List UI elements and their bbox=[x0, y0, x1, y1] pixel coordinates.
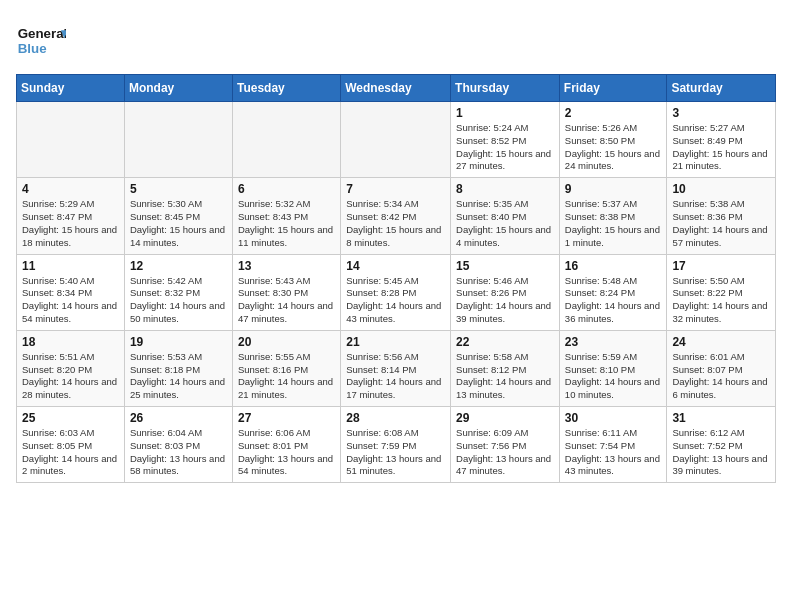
cell-info: Sunrise: 5:42 AM Sunset: 8:32 PM Dayligh… bbox=[130, 275, 227, 326]
calendar-cell: 15 Sunrise: 5:46 AM Sunset: 8:26 PM Dayl… bbox=[451, 254, 560, 330]
day-number: 23 bbox=[565, 335, 662, 349]
calendar-cell: 9 Sunrise: 5:37 AM Sunset: 8:38 PM Dayli… bbox=[559, 178, 667, 254]
calendar-cell: 28 Sunrise: 6:08 AM Sunset: 7:59 PM Dayl… bbox=[341, 407, 451, 483]
cell-info: Sunrise: 5:32 AM Sunset: 8:43 PM Dayligh… bbox=[238, 198, 335, 249]
calendar-cell: 3 Sunrise: 5:27 AM Sunset: 8:49 PM Dayli… bbox=[667, 102, 776, 178]
calendar-cell: 31 Sunrise: 6:12 AM Sunset: 7:52 PM Dayl… bbox=[667, 407, 776, 483]
day-number: 30 bbox=[565, 411, 662, 425]
cell-info: Sunrise: 5:45 AM Sunset: 8:28 PM Dayligh… bbox=[346, 275, 445, 326]
calendar-cell: 23 Sunrise: 5:59 AM Sunset: 8:10 PM Dayl… bbox=[559, 330, 667, 406]
day-number: 11 bbox=[22, 259, 119, 273]
calendar-cell: 10 Sunrise: 5:38 AM Sunset: 8:36 PM Dayl… bbox=[667, 178, 776, 254]
cell-info: Sunrise: 5:38 AM Sunset: 8:36 PM Dayligh… bbox=[672, 198, 770, 249]
day-number: 28 bbox=[346, 411, 445, 425]
cell-info: Sunrise: 5:35 AM Sunset: 8:40 PM Dayligh… bbox=[456, 198, 554, 249]
calendar-cell: 22 Sunrise: 5:58 AM Sunset: 8:12 PM Dayl… bbox=[451, 330, 560, 406]
day-number: 31 bbox=[672, 411, 770, 425]
day-number: 25 bbox=[22, 411, 119, 425]
calendar-cell: 29 Sunrise: 6:09 AM Sunset: 7:56 PM Dayl… bbox=[451, 407, 560, 483]
calendar-cell: 14 Sunrise: 5:45 AM Sunset: 8:28 PM Dayl… bbox=[341, 254, 451, 330]
day-number: 17 bbox=[672, 259, 770, 273]
cell-info: Sunrise: 5:40 AM Sunset: 8:34 PM Dayligh… bbox=[22, 275, 119, 326]
day-number: 15 bbox=[456, 259, 554, 273]
day-number: 27 bbox=[238, 411, 335, 425]
day-number: 1 bbox=[456, 106, 554, 120]
cell-info: Sunrise: 5:37 AM Sunset: 8:38 PM Dayligh… bbox=[565, 198, 662, 249]
day-number: 3 bbox=[672, 106, 770, 120]
logo: General Blue bbox=[16, 16, 66, 66]
day-number: 19 bbox=[130, 335, 227, 349]
cell-info: Sunrise: 6:08 AM Sunset: 7:59 PM Dayligh… bbox=[346, 427, 445, 478]
calendar-week-row: 4 Sunrise: 5:29 AM Sunset: 8:47 PM Dayli… bbox=[17, 178, 776, 254]
calendar-cell: 20 Sunrise: 5:55 AM Sunset: 8:16 PM Dayl… bbox=[232, 330, 340, 406]
day-number: 20 bbox=[238, 335, 335, 349]
calendar-cell: 12 Sunrise: 5:42 AM Sunset: 8:32 PM Dayl… bbox=[124, 254, 232, 330]
calendar-cell: 24 Sunrise: 6:01 AM Sunset: 8:07 PM Dayl… bbox=[667, 330, 776, 406]
calendar-cell: 5 Sunrise: 5:30 AM Sunset: 8:45 PM Dayli… bbox=[124, 178, 232, 254]
day-number: 6 bbox=[238, 182, 335, 196]
calendar-cell: 13 Sunrise: 5:43 AM Sunset: 8:30 PM Dayl… bbox=[232, 254, 340, 330]
day-of-week-header: Thursday bbox=[451, 75, 560, 102]
calendar-week-row: 1 Sunrise: 5:24 AM Sunset: 8:52 PM Dayli… bbox=[17, 102, 776, 178]
cell-info: Sunrise: 5:34 AM Sunset: 8:42 PM Dayligh… bbox=[346, 198, 445, 249]
day-number: 29 bbox=[456, 411, 554, 425]
day-number: 7 bbox=[346, 182, 445, 196]
cell-info: Sunrise: 5:48 AM Sunset: 8:24 PM Dayligh… bbox=[565, 275, 662, 326]
calendar-cell: 21 Sunrise: 5:56 AM Sunset: 8:14 PM Dayl… bbox=[341, 330, 451, 406]
day-of-week-header: Tuesday bbox=[232, 75, 340, 102]
day-number: 9 bbox=[565, 182, 662, 196]
cell-info: Sunrise: 5:30 AM Sunset: 8:45 PM Dayligh… bbox=[130, 198, 227, 249]
calendar-cell bbox=[124, 102, 232, 178]
cell-info: Sunrise: 5:29 AM Sunset: 8:47 PM Dayligh… bbox=[22, 198, 119, 249]
cell-info: Sunrise: 6:09 AM Sunset: 7:56 PM Dayligh… bbox=[456, 427, 554, 478]
calendar-cell: 30 Sunrise: 6:11 AM Sunset: 7:54 PM Dayl… bbox=[559, 407, 667, 483]
day-number: 13 bbox=[238, 259, 335, 273]
calendar-cell: 17 Sunrise: 5:50 AM Sunset: 8:22 PM Dayl… bbox=[667, 254, 776, 330]
cell-info: Sunrise: 6:11 AM Sunset: 7:54 PM Dayligh… bbox=[565, 427, 662, 478]
calendar-header-row: SundayMondayTuesdayWednesdayThursdayFrid… bbox=[17, 75, 776, 102]
day-number: 10 bbox=[672, 182, 770, 196]
calendar-cell: 1 Sunrise: 5:24 AM Sunset: 8:52 PM Dayli… bbox=[451, 102, 560, 178]
cell-info: Sunrise: 5:26 AM Sunset: 8:50 PM Dayligh… bbox=[565, 122, 662, 173]
cell-info: Sunrise: 6:03 AM Sunset: 8:05 PM Dayligh… bbox=[22, 427, 119, 478]
day-of-week-header: Friday bbox=[559, 75, 667, 102]
day-of-week-header: Sunday bbox=[17, 75, 125, 102]
cell-info: Sunrise: 5:51 AM Sunset: 8:20 PM Dayligh… bbox=[22, 351, 119, 402]
day-of-week-header: Wednesday bbox=[341, 75, 451, 102]
calendar-cell: 8 Sunrise: 5:35 AM Sunset: 8:40 PM Dayli… bbox=[451, 178, 560, 254]
calendar-cell: 6 Sunrise: 5:32 AM Sunset: 8:43 PM Dayli… bbox=[232, 178, 340, 254]
cell-info: Sunrise: 5:53 AM Sunset: 8:18 PM Dayligh… bbox=[130, 351, 227, 402]
cell-info: Sunrise: 5:56 AM Sunset: 8:14 PM Dayligh… bbox=[346, 351, 445, 402]
calendar-cell: 16 Sunrise: 5:48 AM Sunset: 8:24 PM Dayl… bbox=[559, 254, 667, 330]
day-number: 24 bbox=[672, 335, 770, 349]
day-number: 18 bbox=[22, 335, 119, 349]
cell-info: Sunrise: 5:58 AM Sunset: 8:12 PM Dayligh… bbox=[456, 351, 554, 402]
calendar-cell: 18 Sunrise: 5:51 AM Sunset: 8:20 PM Dayl… bbox=[17, 330, 125, 406]
calendar-cell: 11 Sunrise: 5:40 AM Sunset: 8:34 PM Dayl… bbox=[17, 254, 125, 330]
cell-info: Sunrise: 6:01 AM Sunset: 8:07 PM Dayligh… bbox=[672, 351, 770, 402]
day-number: 8 bbox=[456, 182, 554, 196]
calendar-cell bbox=[232, 102, 340, 178]
calendar-cell bbox=[17, 102, 125, 178]
day-of-week-header: Saturday bbox=[667, 75, 776, 102]
cell-info: Sunrise: 5:27 AM Sunset: 8:49 PM Dayligh… bbox=[672, 122, 770, 173]
calendar-cell: 4 Sunrise: 5:29 AM Sunset: 8:47 PM Dayli… bbox=[17, 178, 125, 254]
cell-info: Sunrise: 5:46 AM Sunset: 8:26 PM Dayligh… bbox=[456, 275, 554, 326]
calendar-cell: 2 Sunrise: 5:26 AM Sunset: 8:50 PM Dayli… bbox=[559, 102, 667, 178]
day-number: 4 bbox=[22, 182, 119, 196]
calendar-table: SundayMondayTuesdayWednesdayThursdayFrid… bbox=[16, 74, 776, 483]
cell-info: Sunrise: 5:24 AM Sunset: 8:52 PM Dayligh… bbox=[456, 122, 554, 173]
calendar-week-row: 25 Sunrise: 6:03 AM Sunset: 8:05 PM Dayl… bbox=[17, 407, 776, 483]
calendar-week-row: 18 Sunrise: 5:51 AM Sunset: 8:20 PM Dayl… bbox=[17, 330, 776, 406]
day-number: 22 bbox=[456, 335, 554, 349]
calendar-cell: 7 Sunrise: 5:34 AM Sunset: 8:42 PM Dayli… bbox=[341, 178, 451, 254]
calendar-cell: 27 Sunrise: 6:06 AM Sunset: 8:01 PM Dayl… bbox=[232, 407, 340, 483]
cell-info: Sunrise: 6:12 AM Sunset: 7:52 PM Dayligh… bbox=[672, 427, 770, 478]
day-number: 5 bbox=[130, 182, 227, 196]
cell-info: Sunrise: 5:50 AM Sunset: 8:22 PM Dayligh… bbox=[672, 275, 770, 326]
logo-svg: General Blue bbox=[16, 16, 66, 66]
page-header: General Blue bbox=[16, 16, 776, 66]
day-of-week-header: Monday bbox=[124, 75, 232, 102]
day-number: 12 bbox=[130, 259, 227, 273]
cell-info: Sunrise: 6:06 AM Sunset: 8:01 PM Dayligh… bbox=[238, 427, 335, 478]
